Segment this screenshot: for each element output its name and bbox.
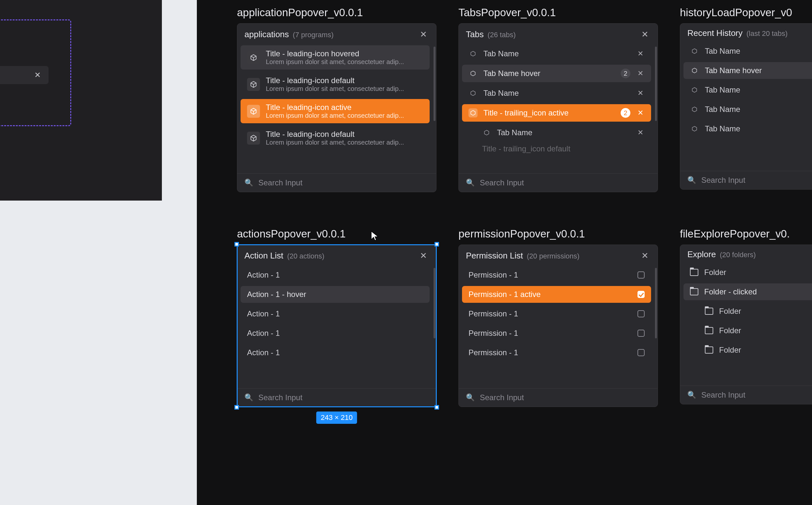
- close-icon[interactable]: ✕: [636, 69, 645, 77]
- item-title: Tab Name: [705, 105, 812, 114]
- close-icon[interactable]: ✕: [418, 28, 429, 41]
- item-title: Tab Name: [484, 49, 630, 58]
- history-item[interactable]: Tab Name: [683, 120, 812, 137]
- history-item[interactable]: Tab Name hover: [683, 62, 812, 79]
- resize-handle[interactable]: [434, 242, 439, 246]
- item-title: Action - 1: [247, 348, 423, 357]
- folder-item[interactable]: Folder ⌄: [683, 264, 812, 281]
- search-input[interactable]: [480, 178, 651, 187]
- cube-icon: [468, 69, 478, 78]
- scrollbar[interactable]: [433, 46, 435, 171]
- popover-title: Tabs: [466, 29, 484, 39]
- checkbox[interactable]: [638, 291, 645, 298]
- resize-handle[interactable]: [234, 405, 239, 409]
- tab-item[interactable]: Tab Name hover 2 ✕: [462, 65, 651, 82]
- action-item[interactable]: Action - 1: [241, 305, 430, 322]
- history-item[interactable]: Tab Name: [683, 43, 812, 59]
- popover-subtitle: (last 20 tabs): [747, 29, 788, 38]
- action-item[interactable]: Action - 1: [241, 267, 430, 284]
- item-subtitle: Lorem ipsum dolor sit amet, consectetuer…: [266, 85, 423, 93]
- search-icon: 🔍: [466, 393, 475, 402]
- checkbox[interactable]: [638, 349, 645, 356]
- scrollbar[interactable]: [655, 46, 657, 171]
- app-item[interactable]: Title - leading-icon default Lorem ipsum…: [241, 126, 430, 150]
- resize-handle[interactable]: [434, 405, 439, 409]
- close-icon[interactable]: ✕: [636, 49, 645, 58]
- popover-title: Recent History: [687, 28, 743, 38]
- search-icon: 🔍: [687, 176, 696, 184]
- permission-item[interactable]: Permission - 1 active: [462, 286, 651, 303]
- app-item[interactable]: Title - leading-icon active Lorem ipsum …: [241, 99, 430, 123]
- popover-title: Action List: [245, 251, 283, 261]
- tab-item-peek[interactable]: Title - trailing_icon default: [462, 140, 651, 157]
- search-input[interactable]: [480, 393, 651, 402]
- checkbox[interactable]: [638, 330, 645, 337]
- item-title: Tab Name: [705, 124, 812, 133]
- item-title: Tab Name hover: [484, 69, 615, 78]
- design-canvas[interactable]: applicationPopover_v0.0.1 applications (…: [197, 0, 812, 505]
- item-title: Title - trailing_icon default: [482, 144, 645, 153]
- actions-popover: Action List (20 actions) ✕ Action - 1 Ac…: [237, 244, 436, 407]
- popover-title: Permission List: [466, 251, 523, 261]
- search-input[interactable]: [258, 393, 429, 402]
- folder-item[interactable]: Folder ⌄: [683, 303, 812, 320]
- search-input[interactable]: [701, 390, 812, 399]
- tab-item[interactable]: Tab Name ✕: [462, 85, 651, 102]
- tab-item[interactable]: Tab Name ✕: [462, 124, 651, 141]
- component-label: TabsPopover_v0.0.1: [458, 6, 658, 19]
- permission-item[interactable]: Permission - 1: [462, 344, 651, 361]
- component-label: historyLoadPopover_v0: [680, 6, 812, 19]
- item-subtitle: Lorem ipsum dolor sit amet, consectetuer…: [266, 139, 423, 146]
- chip-placeholder[interactable]: ange Placeholder Text...| ✕: [0, 66, 48, 84]
- close-icon[interactable]: ✕: [34, 70, 41, 79]
- permission-popover: Permission List (20 permissions) ✕ Permi…: [458, 244, 658, 407]
- permission-item[interactable]: Permission - 1: [462, 267, 651, 284]
- popover-title: applications: [245, 29, 289, 39]
- item-title: Permission - 1: [468, 271, 632, 280]
- scrollbar[interactable]: [655, 268, 657, 386]
- search-input[interactable]: [701, 176, 812, 185]
- history-list: Tab Name Tab Name hover Tab Name Ta: [680, 41, 812, 171]
- scrollbar[interactable]: [433, 268, 435, 386]
- resize-handle[interactable]: [234, 242, 239, 246]
- item-title: Tab Name hover: [705, 66, 812, 75]
- history-item[interactable]: Tab Name: [683, 101, 812, 118]
- tab-item[interactable]: Tab Name ✕: [462, 45, 651, 62]
- item-title: Folder: [719, 345, 812, 355]
- search-icon: 🔍: [245, 179, 253, 187]
- folder-item[interactable]: Folder ⌄: [683, 342, 812, 358]
- history-item[interactable]: Tab Name: [683, 81, 812, 98]
- explore-popover: Explore (20 folders) Folder ⌄ Folder: [680, 244, 812, 404]
- checkbox[interactable]: [638, 272, 645, 279]
- item-title: Tab Name: [497, 128, 630, 137]
- tabs-popover: Tabs (26 tabs) ✕ Tab Name ✕: [458, 23, 658, 192]
- search-row: 🔍: [680, 171, 812, 189]
- close-icon[interactable]: ✕: [640, 249, 651, 262]
- search-row: 🔍: [459, 173, 658, 192]
- application-list: Title - leading-icon hovered Lorem ipsum…: [237, 44, 433, 173]
- app-item[interactable]: Title - leading-icon default Lorem ipsum…: [241, 72, 430, 97]
- close-icon[interactable]: ✕: [636, 89, 645, 98]
- close-icon[interactable]: ✕: [636, 109, 645, 117]
- permission-item[interactable]: Permission - 1: [462, 325, 651, 342]
- selection-frame: Action List (20 actions) ✕ Action - 1 Ac…: [237, 244, 436, 407]
- search-input[interactable]: [258, 178, 429, 187]
- folder-item[interactable]: Folder - clicked ⌃: [683, 284, 812, 300]
- checkbox[interactable]: [638, 310, 645, 317]
- close-icon[interactable]: ✕: [640, 28, 651, 41]
- close-icon[interactable]: ✕: [418, 249, 429, 262]
- tab-item[interactable]: Title - trailing_icon active 2 ✕: [462, 104, 651, 122]
- popover-title: Explore: [687, 249, 716, 260]
- popover-header: Permission List (20 permissions) ✕: [459, 245, 658, 265]
- action-item[interactable]: Action - 1: [241, 344, 430, 361]
- item-title: Title - leading-icon hovered: [266, 49, 423, 58]
- app-item[interactable]: Title - leading-icon hovered Lorem ipsum…: [241, 45, 430, 69]
- cube-icon: [247, 78, 260, 91]
- permission-item[interactable]: Permission - 1: [462, 305, 651, 322]
- popover-header: Action List (20 actions) ✕: [237, 245, 436, 265]
- action-item[interactable]: Action - 1: [241, 325, 430, 342]
- folder-item[interactable]: Folder: [683, 322, 812, 339]
- action-item[interactable]: Action - 1 - hover: [241, 286, 430, 303]
- item-title: Folder: [719, 307, 812, 316]
- close-icon[interactable]: ✕: [636, 129, 645, 137]
